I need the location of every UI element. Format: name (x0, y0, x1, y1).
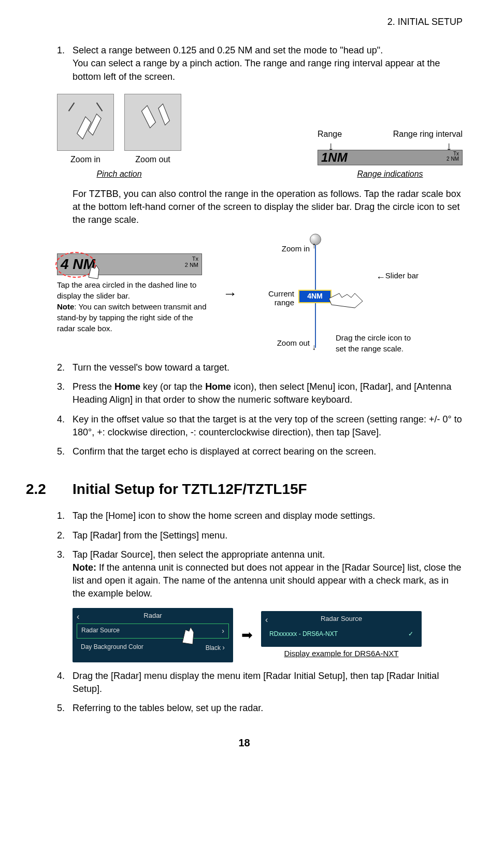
radar-source-entry: RDxxxxxx - DRS6A-NXT ✓ (265, 627, 417, 642)
radar-menu-left: ‹ Radar Radar Source › Day Background Co… (73, 608, 233, 662)
range-caption: Range indications (357, 168, 423, 180)
range-indicator-box: 1 NM Tx 2 NM (318, 150, 463, 165)
right-arrow-icon: ➡ (241, 626, 253, 644)
radar-source-row: Radar Source › (77, 624, 229, 639)
step2-2: 2. Tap [Radar] from the [Settings] menu. (57, 529, 463, 542)
tap-note-a: Tap the area circled in the dashed line … (57, 280, 196, 300)
step-number: 3. (57, 548, 73, 601)
step2-4: 4. Drag the [Radar] menu display the men… (57, 670, 463, 696)
step-number: 3. (57, 380, 73, 406)
step-body: Tap [Radar] from the [Settings] menu. (73, 529, 463, 542)
zoom-in-label: Zoom in (268, 243, 310, 254)
tap-area-block: 4 NM Tx 2 NM Tap the area circled in the… (57, 253, 212, 334)
step-number: 4. (57, 670, 73, 696)
radar-menu-title: Radar (77, 611, 229, 620)
note-bold: Note (57, 302, 74, 311)
radar-scale-box: 4 NM Tx 2 NM (57, 253, 202, 275)
section-title: Initial Setup for TZTL12F/TZTL15F (73, 479, 307, 499)
back-chevron-icon: ‹ (77, 611, 79, 622)
home-icon-bold: Home (205, 381, 231, 392)
chapter-header: 2. INITIAL SETUP (26, 16, 463, 29)
section-number: 2.2 (26, 479, 73, 499)
page-number: 18 (26, 735, 463, 750)
step-text: Tap [Radar Source], then select the appr… (73, 549, 325, 560)
tap-hand-icon (83, 259, 104, 285)
check-icon: ✓ (408, 630, 413, 639)
home-key-bold: Home (114, 381, 140, 392)
tap-note-c: : You can switch between transmit and st… (57, 302, 207, 333)
step-4: 4. Key in the offset value so that the t… (57, 413, 463, 439)
range-unit: NM (328, 149, 347, 166)
zoom-out-gesture (124, 94, 181, 151)
radar-source-title: Radar Source (265, 614, 417, 624)
row-label: Day Background Color (81, 643, 143, 653)
drag-instruction-label: Drag the circle icon to set the range sc… (336, 332, 419, 354)
day-bg-row: Day Background Color Black › (77, 641, 229, 655)
down-arrow-icon: ↓ (312, 342, 316, 353)
tx-label: Tx (185, 256, 198, 262)
step-body: Turn the vessel's bow toward a target. (73, 361, 463, 374)
step-text: Select a range between 0.125 and 0.25 NM… (73, 45, 383, 55)
step-number: 5. (57, 702, 73, 715)
step-body: Drag the [Radar] menu display the menu i… (73, 670, 463, 696)
row-value: Black (206, 644, 221, 651)
row-label: Radar Source (81, 626, 120, 636)
step2-1: 1. Tap the [Home] icon to show the home … (57, 509, 463, 522)
ring-value: 2 NM (185, 262, 198, 268)
down-arrow-icon: ↓ (446, 143, 452, 150)
entry-text: RDxxxxxx - DRS6A-NXT (269, 630, 338, 639)
step-body: Press the Home key (or tap the Home icon… (73, 380, 463, 406)
up-arrow-icon: ↑ (312, 240, 316, 251)
step-number: 1. (57, 44, 73, 83)
zoom-in-label: Zoom in (57, 154, 114, 165)
step-1: 1. Select a range between 0.125 and 0.25… (57, 44, 463, 83)
step2-3: 3. Tap [Radar Source], then select the a… (57, 548, 463, 601)
back-chevron-icon: ‹ (265, 614, 268, 626)
step-text: key (or tap the (140, 381, 205, 392)
range-value: 1 (321, 149, 328, 166)
step-3: 3. Press the Home key (or tap the Home i… (57, 380, 463, 406)
zoom-out-label: Zoom out (124, 154, 181, 165)
section-heading: 2.2 Initial Setup for TZTL12F/TZTL15F (26, 479, 463, 499)
chevron-right-icon: › (222, 643, 225, 651)
chevron-right-icon: › (222, 626, 224, 636)
step-body: Tap [Radar Source], then select the appr… (73, 548, 463, 601)
step-number: 5. (57, 445, 73, 458)
step-body: Referring to the tables below, set up th… (73, 702, 463, 715)
step-body: Tap the [Home] icon to show the home scr… (73, 509, 463, 522)
pinch-caption: Pinch action (96, 168, 141, 180)
pinch-figure: Zoom in Zoom out Pinch action (57, 94, 181, 180)
ring-value: 2 NM (447, 157, 459, 162)
range-figure: Range Range ring interval ↓ ↓ 1 NM Tx 2 … (318, 129, 463, 180)
tztbb-paragraph: For TZTBB, you can also control the rang… (73, 188, 463, 227)
step-number: 4. (57, 413, 73, 439)
tap-hand-icon (176, 619, 202, 648)
step-number: 1. (57, 509, 73, 522)
display-example-caption: Display example for DRS6A-NXT (261, 648, 422, 659)
step-body: Select a range between 0.125 and 0.25 NM… (73, 44, 463, 83)
step-text: Press the (73, 381, 114, 392)
step2-5: 5. Referring to the tables below, set up… (57, 702, 463, 715)
current-range-label: Current range (248, 290, 294, 307)
step-2: 2. Turn the vessel's bow toward a target… (57, 361, 463, 374)
zoom-in-gesture (57, 94, 114, 151)
step-number: 2. (57, 361, 73, 374)
figure-row-1: Zoom in Zoom out Pinch action Range Rang… (57, 94, 463, 180)
step-5: 5. Confirm that the target echo is displ… (57, 445, 463, 458)
drag-hand-icon (326, 288, 368, 311)
zoom-out-label: Zoom out (268, 337, 310, 348)
slider-bar-diagram: ↑ ↓ Zoom in Zoom out Current range 4NM ←… (248, 234, 382, 353)
step-text: You can select a range by a pinch action… (73, 58, 440, 81)
slider-figure-row: 4 NM Tx 2 NM Tap the area circled in the… (57, 234, 463, 353)
slider-bar-label: Slider bar (385, 270, 419, 281)
radar-source-menu: ‹ Radar Source RDxxxxxx - DRS6A-NXT ✓ (261, 611, 422, 647)
step-number: 2. (57, 529, 73, 542)
step-body: Confirm that the target echo is displaye… (73, 445, 463, 458)
radar-menu-figure: ‹ Radar Radar Source › Day Background Co… (73, 608, 463, 662)
step-text: If the antenna unit is connected but doe… (73, 562, 461, 599)
right-arrow-icon: → (223, 284, 237, 304)
left-arrow-icon: ← (376, 271, 385, 284)
note-bold: Note: (73, 562, 96, 573)
step-body: Key in the offset value so that the targ… (73, 413, 463, 439)
pinch-in-icon (125, 94, 181, 150)
